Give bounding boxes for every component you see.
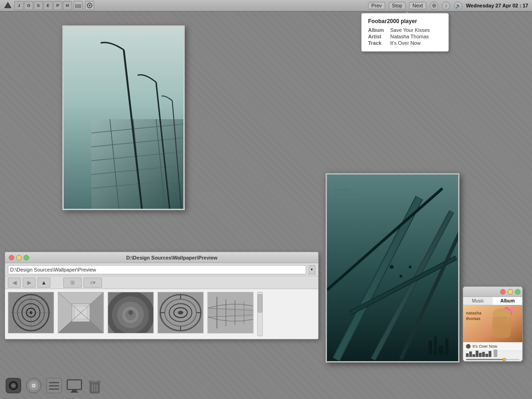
file-browser-title: D:\Design Sources\Wallpaper\Preview [29, 255, 314, 260]
taskbar-app-icons: J O S E P H [0, 0, 95, 11]
svg-text:emily strong / de 2004: emily strong / de 2004 [334, 193, 362, 195]
dock-icon-trash[interactable] [86, 377, 103, 394]
track-disc-icon [466, 344, 471, 349]
music-player-titlebar [463, 287, 522, 297]
next-button[interactable]: Next [409, 2, 426, 9]
dock [5, 377, 103, 394]
volume-row [463, 358, 522, 361]
volume-knob[interactable] [502, 358, 506, 362]
thumbnail-3[interactable] [108, 292, 154, 333]
music-close-button[interactable] [500, 289, 506, 295]
foobar-album-label: Album [368, 27, 387, 33]
tab-album[interactable]: Album [493, 297, 522, 305]
svg-rect-98 [68, 381, 81, 389]
track-name-row: It's Over Now [466, 344, 520, 349]
foobar-track-label: Track [368, 40, 387, 46]
svg-point-92 [33, 385, 35, 387]
svg-point-64 [178, 311, 183, 314]
svg-text:thomas: thomas [466, 316, 481, 321]
thumbnail-5[interactable] [207, 292, 254, 333]
taskbar-icon-e[interactable]: E [43, 1, 53, 10]
eq-bar-5 [479, 353, 482, 357]
volume-handle[interactable] [494, 350, 497, 357]
svg-rect-103 [93, 379, 97, 381]
eq-bar-1 [466, 353, 469, 357]
track-info: It's Over Now [463, 342, 522, 351]
thumbnail-2[interactable] [58, 292, 104, 333]
svg-point-28 [399, 275, 402, 278]
dock-icon-display[interactable] [66, 377, 83, 394]
window-controls [9, 255, 29, 260]
eq-bar-4 [476, 351, 478, 357]
svg-rect-102 [89, 381, 100, 383]
window-maximize-button[interactable] [24, 255, 29, 260]
stop-button[interactable]: Stop [389, 2, 406, 9]
nav-back-button[interactable]: ◀ [8, 278, 21, 288]
prev-button[interactable]: Prev [368, 2, 385, 9]
nav-forward-button[interactable]: ▶ [23, 278, 36, 288]
taskbar: J O S E P H Prev Stop Next ⊕ ♪ 🔊 Wednesd… [0, 0, 532, 12]
taskbar-icon-speaker[interactable]: 🔊 [454, 1, 462, 10]
window-close-button[interactable] [9, 255, 14, 260]
nav-sort-button[interactable]: ≡▾ [84, 278, 102, 288]
taskbar-icon-misc[interactable] [85, 1, 94, 10]
eq-bar-8 [489, 351, 491, 357]
equalizer [463, 351, 522, 358]
thumbnail-1[interactable] [8, 292, 54, 333]
taskbar-icon-h[interactable]: H [63, 1, 72, 10]
music-tabs: Music Album [463, 297, 522, 305]
foobar-track-row: Track It's Over Now [368, 40, 442, 46]
wallpaper-photo-2: suspended emily strong / de 2004 [326, 173, 459, 363]
svg-rect-34 [439, 345, 443, 355]
volume-fill [466, 359, 503, 360]
tab-music[interactable]: Music [463, 297, 493, 305]
nav-up-button[interactable]: ▲ [37, 278, 50, 288]
track-name: It's Over Now [472, 344, 497, 349]
file-browser-window: D:\Design Sources\Wallpaper\Preview D:\D… [5, 252, 319, 339]
taskbar-icon-folder[interactable] [73, 1, 83, 10]
taskbar-icon-sound[interactable]: ♪ [442, 1, 450, 10]
svg-text:natasha: natasha [466, 311, 482, 315]
taskbar-icon-add[interactable]: ⊕ [430, 1, 438, 10]
vertical-scrollbar[interactable] [257, 292, 263, 336]
svg-rect-95 [49, 385, 59, 387]
taskbar-icon-p[interactable]: P [53, 1, 62, 10]
foobar-album-row: Album Save Your Kisses [368, 27, 442, 33]
svg-point-29 [409, 266, 411, 268]
taskbar-right-area: Prev Stop Next ⊕ ♪ 🔊 Wednesday 27 Apr 02… [368, 1, 532, 10]
svg-text:suspended: suspended [334, 188, 350, 192]
nav-view-button[interactable]: ⊞ [63, 278, 82, 288]
taskbar-icon-s[interactable]: S [34, 1, 43, 10]
foobar-tooltip: Foobar2000 player Album Save Your Kisses… [361, 13, 449, 52]
album-art: natasha thomas [463, 305, 522, 342]
foobar-artist-row: Artist Natasha Thomas [368, 34, 442, 39]
dock-icon-cd[interactable] [25, 377, 42, 394]
svg-rect-2 [75, 4, 78, 5]
svg-rect-96 [49, 388, 59, 390]
svg-rect-33 [434, 336, 437, 355]
taskbar-icon-j[interactable]: J [14, 1, 24, 10]
svg-point-4 [89, 5, 91, 6]
music-maximize-button[interactable] [515, 289, 520, 295]
path-bar[interactable]: D:\Design Sources\Wallpaper\Preview [8, 265, 306, 274]
taskbar-icon-o[interactable]: O [24, 1, 33, 10]
taskbar-launch-icon[interactable] [3, 0, 13, 11]
eq-bar-2 [469, 351, 472, 357]
dock-icon-media[interactable] [5, 377, 22, 394]
foobar-artist-label: Artist [368, 34, 387, 39]
foobar-track-value: It's Over Now [390, 40, 421, 46]
file-browser-nav: ◀ ▶ ▲ ⊞ ≡▾ [5, 276, 318, 289]
foobar-title: Foobar2000 player [368, 18, 442, 24]
eq-bar-3 [472, 354, 475, 357]
thumbnail-4[interactable] [157, 292, 204, 333]
scrollbar-thumb[interactable] [258, 294, 262, 313]
svg-rect-35 [445, 339, 448, 355]
dock-icon-list[interactable] [45, 377, 63, 394]
svg-rect-94 [49, 382, 59, 383]
path-text: D:\Design Sources\Wallpaper\Preview [10, 267, 96, 272]
path-dropdown[interactable]: ▾ [308, 265, 315, 274]
taskbar-datetime: Wednesday 27 Apr 02 : 17 [466, 3, 528, 8]
music-minimize-button[interactable] [508, 289, 513, 295]
window-minimize-button[interactable] [16, 255, 22, 260]
volume-slider[interactable] [466, 359, 520, 360]
